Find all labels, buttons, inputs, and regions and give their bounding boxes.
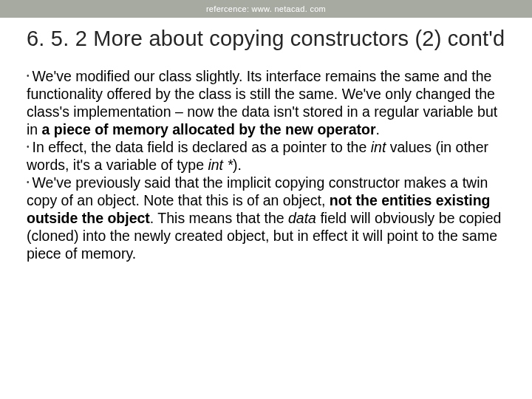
bullet-dot-icon: • [27, 178, 30, 187]
bullet-italic: int * [208, 157, 233, 173]
bullet-item: •In effect, the data field is declared a… [27, 139, 505, 174]
bullet-text: . This means that the [150, 210, 288, 226]
bullet-italic: int [371, 139, 386, 155]
bullet-dot-icon: • [27, 143, 30, 151]
bullet-bold: a piece of memory allocated by the new o… [42, 121, 376, 137]
bullet-text: . [376, 121, 380, 137]
bullet-text: In effect, the data field is declared as… [33, 139, 371, 155]
header-bar: refercence: www. netacad. com [0, 0, 532, 18]
slide-content: 6. 5. 2 More about copying constructors … [0, 18, 532, 263]
bullet-italic: data [288, 210, 316, 226]
bullet-text: ). [233, 157, 242, 173]
bullet-dot-icon: • [27, 72, 30, 81]
bullet-list: •We've modified our class slightly. Its … [27, 68, 505, 263]
bullet-item: •We've modified our class slightly. Its … [27, 68, 505, 139]
bullet-item: •We've previously said that the implicit… [27, 174, 505, 263]
header-reference: refercence: www. netacad. com [206, 4, 326, 13]
slide-title: 6. 5. 2 More about copying constructors … [27, 25, 505, 52]
